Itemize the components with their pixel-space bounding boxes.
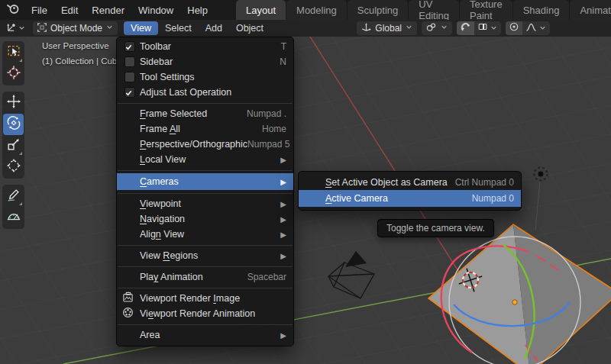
tool-transform[interactable] <box>3 156 24 178</box>
tool-select-box[interactable] <box>3 42 24 63</box>
viewport-menu-select[interactable]: Select <box>158 21 199 35</box>
proportional-edit-icon <box>509 21 519 35</box>
chevron-down-icon <box>18 21 26 35</box>
menu-item-play-animation[interactable]: Play AnimationSpacebar <box>117 269 293 285</box>
menu-item-cameras[interactable]: Cameras▶ <box>117 173 293 190</box>
menu-item-align-view[interactable]: Align View▶ <box>117 227 293 242</box>
menu-separator <box>117 167 293 173</box>
tab-uv-editing[interactable]: UV Editing <box>409 0 459 20</box>
menu-item-label: Cameras <box>140 176 179 187</box>
tab-animation[interactable]: Animation <box>570 0 611 20</box>
menu-item-lead <box>117 87 140 98</box>
menu-item-viewport-render-image[interactable]: Viewport Render Image <box>117 291 293 306</box>
menu-item-area[interactable]: Area▶ <box>117 327 293 343</box>
checkbox-checked[interactable] <box>124 41 135 52</box>
tool-move[interactable] <box>3 92 24 114</box>
tab-shading[interactable]: Shading <box>513 0 570 20</box>
snap-with-selector[interactable] <box>474 21 501 35</box>
menu-item-hotkey: T <box>281 41 286 52</box>
menu-item-label: Viewport Render Animation <box>140 308 255 319</box>
menu-item-perspective-orthographic[interactable]: Perspective/OrthographicNumpad 5 <box>117 137 293 152</box>
submenu-arrow-icon: ▶ <box>280 200 286 208</box>
topbar-menu-file[interactable]: File <box>24 0 54 20</box>
tab-layout[interactable]: Layout <box>236 0 286 20</box>
object-mode-icon <box>37 22 47 35</box>
menu-item-hotkey: Numpad . <box>247 108 286 119</box>
menu-item-view-regions[interactable]: View Regions▶ <box>117 248 293 263</box>
menu-item-label: Align View <box>140 229 184 240</box>
menu-item-viewport-render-animation[interactable]: Viewport Render Animation <box>117 306 293 321</box>
toolbar <box>2 41 24 229</box>
submenu-arrow-icon: ▶ <box>280 156 286 164</box>
viewport-menus: ViewSelectAddObject <box>124 21 270 35</box>
editor-type-button[interactable] <box>3 21 28 37</box>
menu-item-frame-selected[interactable]: Frame SelectedNumpad . <box>117 106 293 121</box>
tool-measure[interactable] <box>3 207 24 228</box>
menu-item-label: View Regions <box>140 250 198 261</box>
topbar-menu-help[interactable]: Help <box>180 0 215 20</box>
transform-icon <box>6 158 21 176</box>
menu-item-label: Frame All <box>140 124 180 134</box>
menu-item-tool-settings[interactable]: Tool Settings <box>117 69 293 85</box>
chevron-down-icon <box>440 23 448 34</box>
menu-item-adjust-last-operation[interactable]: Adjust Last Operation <box>117 85 293 100</box>
checkbox-checked[interactable] <box>124 87 135 98</box>
menu-item-viewpoint[interactable]: Viewpoint▶ <box>117 196 293 211</box>
snap-target-icon <box>425 21 437 35</box>
cursor-icon <box>6 65 21 83</box>
tool-cursor[interactable] <box>3 63 24 85</box>
menu-item-lead <box>117 41 140 52</box>
blender-logo-icon[interactable] <box>6 2 20 18</box>
viewport-menu-add[interactable]: Add <box>199 21 229 35</box>
checkbox-unchecked[interactable] <box>124 72 135 82</box>
tab-sculpting[interactable]: Sculpting <box>348 0 408 20</box>
snapping-controls <box>457 21 501 35</box>
proportional-edit-toggle[interactable] <box>506 21 522 35</box>
menu-item-sidebar[interactable]: SidebarN <box>117 54 293 69</box>
measure-icon <box>6 208 21 227</box>
cameras-submenu-panel: Set Active Object as CameraCtrl Numpad 0… <box>298 171 522 211</box>
menu-item-active-camera[interactable]: Active CameraNumpad 0 <box>299 190 521 207</box>
topbar-menu-render[interactable]: Render <box>85 0 131 20</box>
tool-rotate[interactable] <box>3 114 24 135</box>
menu-item-hotkey: Numpad 0 <box>472 193 514 204</box>
tab-texture-paint[interactable]: Texture Paint <box>460 0 512 20</box>
topbar-menu-window[interactable]: Window <box>131 0 180 20</box>
menu-item-label: Sidebar <box>140 56 173 67</box>
tool-annotate[interactable] <box>3 185 24 207</box>
tab-modeling[interactable]: Modeling <box>286 0 347 20</box>
render-image-icon <box>124 292 134 305</box>
menu-item-local-view[interactable]: Local View▶ <box>117 152 293 167</box>
topbar-menu-edit[interactable]: Edit <box>54 0 85 20</box>
proportional-edit-controls <box>506 21 550 35</box>
submenu-arrow-icon: ▶ <box>280 230 286 239</box>
checkbox-unchecked[interactable] <box>124 56 135 67</box>
menu-item-toolbar[interactable]: ToolbarT <box>117 39 293 54</box>
menu-item-label: Tool Settings <box>140 72 195 82</box>
falloff-selector[interactable] <box>522 21 550 35</box>
menu-item-navigation[interactable]: Navigation▶ <box>117 211 293 227</box>
menu-item-label: Navigation <box>140 214 185 224</box>
snap-toggle[interactable] <box>457 21 474 35</box>
viewport-info-collection: (1) Collection | Cube <box>42 56 122 66</box>
viewport-info-perspective: User Perspective <box>42 41 109 50</box>
menu-item-label: Viewport Render Image <box>140 293 240 304</box>
menu-item-hotkey: Numpad 5 <box>247 139 289 150</box>
viewport-menu-view[interactable]: View <box>124 21 158 35</box>
transform-orientation-selector[interactable]: Global <box>357 21 417 35</box>
tool-group <box>2 41 24 85</box>
menu-item-set-active-object-as-camera[interactable]: Set Active Object as CameraCtrl Numpad 0 <box>299 175 521 190</box>
topbar-menus: FileEditRenderWindowHelp <box>24 0 215 20</box>
object-origin-dot <box>512 300 517 304</box>
move-icon <box>6 94 21 112</box>
snap-target-selector[interactable] <box>422 21 452 35</box>
topbar: FileEditRenderWindowHelp LayoutModelingS… <box>0 0 611 20</box>
tooltip: Toggle the camera view. <box>377 219 494 237</box>
menu-separator <box>117 190 293 196</box>
menu-item-frame-all[interactable]: Frame AllHome <box>117 121 293 137</box>
mode-selector[interactable]: Object Mode <box>33 21 118 35</box>
editor-type-icon <box>5 21 17 36</box>
tool-scale[interactable] <box>3 135 24 156</box>
tooltip-text: Toggle the camera view. <box>386 223 485 234</box>
viewport-menu-object[interactable]: Object <box>229 21 270 35</box>
